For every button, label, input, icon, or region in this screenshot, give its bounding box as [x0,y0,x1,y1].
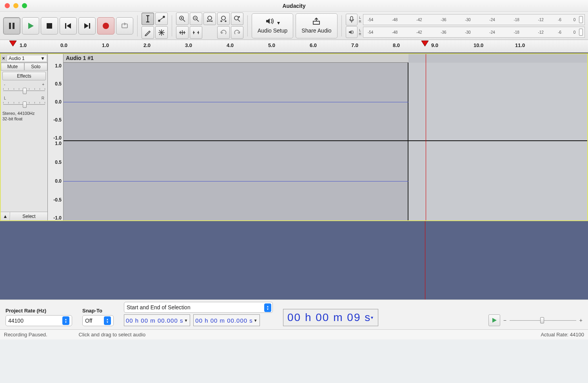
status-bar: Recording Paused. Click and drag to sele… [0,329,588,339]
fit-selection-button[interactable] [203,13,216,25]
record-meter-handle[interactable] [579,16,583,23]
mute-button[interactable]: Mute [1,63,24,71]
play-button[interactable] [22,17,39,34]
app-title: Audacity [282,3,305,9]
zoom-tools-group [176,13,243,39]
silence-button[interactable] [190,26,202,39]
svg-point-31 [221,16,225,20]
fit-project-button[interactable] [217,13,230,25]
track-select-button[interactable]: Select [10,212,47,220]
selection-bar: Project Rate (Hz) 44100 ▲▼ Snap-To Off ▲… [0,300,588,329]
effects-button[interactable]: Effects [2,72,46,80]
loop-button[interactable] [116,17,133,34]
svg-line-19 [159,30,164,35]
svg-rect-3 [47,23,52,29]
skip-start-button[interactable] [60,17,77,34]
chevron-down-icon: ▼ [40,56,45,61]
svg-point-20 [180,16,183,20]
track-name-dropdown[interactable]: Audio 1▼ [7,55,47,62]
waveform-area[interactable]: Audio 1 #1 [64,54,587,220]
track-collapse-button[interactable]: ▲ [1,212,10,220]
svg-rect-0 [9,23,11,29]
window-zoom-button[interactable] [22,3,27,8]
timeline-start-marker[interactable] [9,40,17,47]
track-close-button[interactable]: × [1,56,6,61]
status-left: Recording Paused. [4,332,47,338]
record-meter-button[interactable] [346,14,358,25]
svg-point-24 [193,16,197,20]
project-rate-select[interactable]: 44100 ▲▼ [5,315,72,326]
envelope-tool[interactable] [155,13,168,25]
stop-button[interactable] [41,17,58,34]
svg-marker-5 [67,23,71,29]
playback-speed-section: − + [488,314,583,326]
zoom-out-button[interactable] [190,13,202,25]
playback-meter-handle[interactable] [579,29,583,36]
track-container: × Audio 1▼ Mute Solo Effects -+ LR [0,53,588,221]
project-rate-label: Project Rate (Hz) [5,308,72,314]
zoom-toggle-button[interactable] [231,13,243,25]
svg-point-27 [208,16,212,20]
playback-speed-slider[interactable] [510,316,576,324]
share-icon [312,18,321,26]
svg-marker-44 [266,18,270,24]
transport-group [3,17,133,34]
track-bitdepth-info: 32-bit float [2,116,46,122]
svg-line-21 [183,20,185,22]
pan-slider[interactable] [3,100,45,108]
meters-panel: LR -54 -48 -42 -36 -30 -24 -18 -12 -6 0 … [346,14,585,38]
skip-end-button[interactable] [78,17,96,34]
selection-end-time[interactable]: 00 h 00 m 00.000 s▼ [193,314,260,326]
amplitude-scale: 1.0 0.5 0.0 -0.5 -1.0 1.0 0.5 0.0 -0.5 -… [48,54,64,220]
gain-slider[interactable] [3,87,45,94]
timeline-play-marker[interactable] [421,40,429,47]
zoom-in-button[interactable] [176,13,189,25]
svg-marker-6 [84,23,89,29]
track-format-info: Stereo, 44100Hz [2,111,46,116]
window-minimize-button[interactable] [13,3,18,8]
record-button[interactable] [97,17,114,34]
record-meter-scale[interactable]: -54 -48 -42 -36 -30 -24 -18 -12 -6 0 [363,14,585,25]
selection-tool[interactable] [142,13,154,25]
trim-button[interactable] [176,26,189,39]
track-control-panel: × Audio 1▼ Mute Solo Effects -+ LR [1,54,48,220]
svg-rect-47 [350,16,353,20]
svg-point-15 [163,16,165,18]
share-audio-button[interactable]: Share Audio [296,13,337,38]
svg-marker-51 [421,41,428,46]
titlebar: Audacity [0,0,588,12]
play-at-speed-button[interactable] [488,314,500,326]
playhead [426,54,426,220]
tracks-empty-area[interactable] [0,221,588,300]
playhead-extension [425,221,425,300]
snapto-select[interactable]: Off ▲▼ [82,315,114,326]
audio-setup-label: Audio Setup [258,27,287,34]
svg-marker-49 [349,30,352,34]
svg-rect-9 [122,24,127,28]
window-close-button[interactable] [5,3,10,8]
solo-button[interactable]: Solo [24,63,48,71]
share-audio-label: Share Audio [301,27,331,34]
svg-marker-52 [492,318,497,323]
svg-line-13 [158,16,165,21]
updown-arrows-icon: ▲▼ [62,316,69,325]
audio-clip[interactable] [64,54,408,220]
svg-point-14 [158,20,160,22]
svg-rect-4 [65,23,66,29]
speaker-icon: ▾ [265,18,280,26]
draw-tool[interactable] [142,26,154,39]
audio-setup-button[interactable]: ▾ Audio Setup [252,13,293,38]
edit-tools-group [142,13,168,39]
redo-button[interactable] [231,26,243,39]
pause-button[interactable] [3,17,20,34]
timeline-ruler[interactable]: 1.0 0.0 1.0 2.0 3.0 4.0 5.0 6.0 7.0 8.0 … [0,40,588,53]
selection-start-time[interactable]: 00 h 00 m 00.000 s▼ [124,314,190,326]
selection-mode-select[interactable]: Start and End of Selection ▲▼ [124,302,273,313]
updown-arrows-icon: ▲▼ [104,316,111,325]
transport-time-display[interactable]: 00 h 00 m 09 s▾ [283,309,378,326]
undo-button[interactable] [217,26,230,39]
playback-meter-scale[interactable]: -54 -48 -42 -36 -30 -24 -18 -12 -6 0 [363,27,585,38]
playback-meter-button[interactable] [346,26,358,38]
svg-line-18 [159,30,164,35]
multi-tool[interactable] [155,26,168,39]
